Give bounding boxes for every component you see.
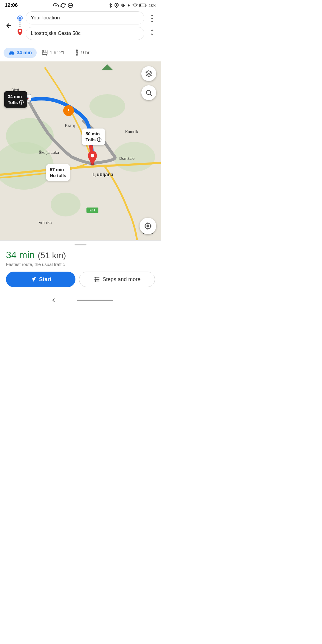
status-right: 23% <box>109 3 156 8</box>
svg-point-28 <box>51 193 80 216</box>
svg-point-11 <box>19 30 21 32</box>
route-label-34min-line2: Tolls ⓘ <box>8 100 24 106</box>
route-label-34min-line1: 34 min <box>8 94 24 100</box>
route-label-50min-line1: 50 min <box>86 131 101 137</box>
car-icon <box>8 50 15 55</box>
transit-tab-label: 1 hr 21 <box>50 50 65 55</box>
steps-icon <box>94 276 100 283</box>
upload-icon <box>53 3 59 8</box>
route-label-57min-line2: No tolls <box>50 173 66 179</box>
svg-point-48 <box>146 90 151 95</box>
route-label-50min-line2: Tolls ⓘ <box>86 137 101 143</box>
more-button[interactable] <box>147 13 157 24</box>
walk-tab-label: 9 hr <box>81 50 90 55</box>
layers-icon <box>145 70 152 77</box>
header <box>0 10 161 45</box>
status-icons <box>53 3 73 8</box>
nav-back-button[interactable] <box>48 295 59 306</box>
svg-marker-56 <box>31 277 36 282</box>
action-buttons: Start Steps and more <box>6 272 155 287</box>
layers-button[interactable] <box>141 66 156 81</box>
nav-bar <box>0 292 161 312</box>
svg-text:Vrhnika: Vrhnika <box>39 220 52 225</box>
route-subtitle: Fastest route, the usual traffic <box>6 262 155 267</box>
transport-tab-transit[interactable]: 1 hr 21 <box>37 47 69 58</box>
svg-point-60 <box>95 277 96 278</box>
svg-text:E61: E61 <box>89 208 95 212</box>
battery-icon <box>139 3 147 7</box>
transport-tab-car[interactable]: 34 min <box>4 48 37 58</box>
svg-rect-4 <box>122 4 123 7</box>
my-location-icon <box>144 222 152 230</box>
svg-rect-8 <box>140 4 141 7</box>
location-status-icon <box>114 3 119 8</box>
navigation-icon <box>30 276 37 283</box>
transit-icon <box>41 49 48 56</box>
noentry-icon <box>68 3 73 8</box>
svg-point-33 <box>91 154 94 157</box>
sheet-handle <box>75 244 86 245</box>
transport-tab-walk[interactable]: 9 hr <box>69 47 95 58</box>
svg-text:Škofja Loka: Škofja Loka <box>39 150 59 155</box>
map-svg: ! 🚗 E61 Bled Kranj Škofja Loka Kamnik Do… <box>0 61 161 240</box>
swap-button[interactable] <box>147 27 157 38</box>
svg-marker-47 <box>146 71 152 74</box>
svg-point-26 <box>89 94 125 118</box>
svg-text:Kamnik: Kamnik <box>125 129 138 134</box>
svg-point-16 <box>10 54 11 55</box>
svg-point-50 <box>147 225 149 227</box>
origin-input[interactable] <box>26 11 144 24</box>
route-label-34min[interactable]: 34 min Tolls ⓘ <box>4 91 27 108</box>
data-icon <box>127 3 131 8</box>
search-map-button[interactable] <box>141 85 156 100</box>
destination-input[interactable] <box>26 27 144 40</box>
battery-percent: 23% <box>148 3 156 8</box>
header-row <box>4 11 157 40</box>
my-location-button[interactable] <box>140 218 156 234</box>
car-tab-label: 34 min <box>17 50 32 55</box>
bluetooth-icon <box>109 3 113 8</box>
bottom-sheet: 34 min (51 km) Fastest route, the usual … <box>0 240 161 292</box>
start-label: Start <box>39 276 51 283</box>
svg-point-62 <box>95 281 96 281</box>
svg-text:!: ! <box>68 108 69 113</box>
walk-icon <box>74 49 80 56</box>
search-map-icon <box>145 89 152 96</box>
steps-button[interactable]: Steps and more <box>79 272 155 287</box>
svg-text:Kranj: Kranj <box>65 123 75 128</box>
start-button[interactable]: Start <box>6 272 75 287</box>
vibrate-icon <box>120 3 125 8</box>
route-label-57min-line1: 57 min <box>50 167 66 173</box>
home-indicator[interactable] <box>77 300 113 301</box>
destination-pin-icon <box>17 28 23 36</box>
svg-point-14 <box>151 21 153 22</box>
svg-point-61 <box>95 279 96 280</box>
svg-point-13 <box>151 18 153 19</box>
route-label-50min[interactable]: 50 min Tolls ⓘ <box>82 129 105 145</box>
svg-rect-9 <box>146 4 147 6</box>
route-label-57min[interactable]: 57 min No tolls <box>46 164 70 181</box>
transport-tabs: 34 min 1 hr 21 9 hr <box>0 45 161 61</box>
svg-line-49 <box>150 94 152 96</box>
route-dots <box>19 21 21 27</box>
search-inputs <box>26 11 144 40</box>
route-distance: (51 km) <box>38 251 66 260</box>
status-time: 12:06 <box>5 2 18 8</box>
wifi-icon <box>132 3 138 8</box>
status-bar: 12:06 <box>0 0 161 10</box>
svg-marker-5 <box>128 4 130 7</box>
svg-text:Ljubljana: Ljubljana <box>92 172 113 177</box>
svg-point-3 <box>116 4 117 6</box>
map-area[interactable]: ! 🚗 E61 Bled Kranj Škofja Loka Kamnik Do… <box>0 61 161 240</box>
svg-point-22 <box>76 50 78 51</box>
back-button[interactable] <box>4 20 14 31</box>
svg-text:Domžale: Domžale <box>119 156 134 161</box>
svg-point-17 <box>13 54 14 55</box>
route-summary: 34 min (51 km) <box>6 250 155 261</box>
origin-dot <box>18 16 22 20</box>
route-time: 34 min <box>6 250 35 260</box>
svg-point-12 <box>151 15 153 16</box>
steps-label: Steps and more <box>103 276 140 283</box>
sync-icon <box>61 3 66 8</box>
